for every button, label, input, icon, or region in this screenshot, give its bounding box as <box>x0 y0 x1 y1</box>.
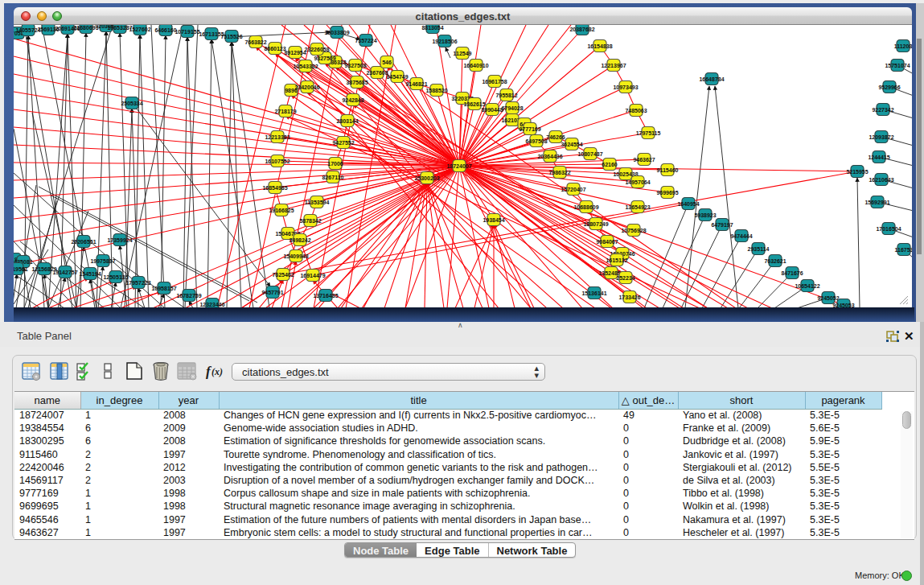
svg-text:546: 546 <box>382 60 392 65</box>
svg-text:9084067: 9084067 <box>596 239 618 245</box>
svg-text:7986322: 7986322 <box>548 170 570 175</box>
svg-text:10688609: 10688609 <box>573 204 598 210</box>
svg-text:16640910: 16640910 <box>463 63 488 68</box>
svg-text:18807249: 18807249 <box>583 221 608 227</box>
svg-text:25300203: 25300203 <box>414 175 439 181</box>
svg-text:17957223: 17957223 <box>125 280 150 286</box>
svg-text:9699695: 9699695 <box>656 190 678 196</box>
svg-text:2718179: 2718179 <box>274 109 296 114</box>
svg-text:10543382: 10543382 <box>293 64 318 69</box>
svg-text:9245052: 9245052 <box>817 295 839 301</box>
svg-text:9245053: 9245053 <box>832 303 854 307</box>
svg-text:10807487: 10807487 <box>577 151 602 157</box>
svg-text:7632621: 7632621 <box>764 258 786 264</box>
svg-text:10958157: 10958157 <box>151 286 176 291</box>
svg-text:10973493: 10973493 <box>613 84 638 90</box>
svg-text:18724007: 18724007 <box>446 163 471 169</box>
svg-text:9115460: 9115460 <box>657 167 679 173</box>
svg-text:10654122: 10654122 <box>795 283 819 289</box>
svg-text:16210643: 16210643 <box>869 177 893 183</box>
svg-text:2935114: 2935114 <box>748 246 770 252</box>
svg-text:12093872: 12093872 <box>869 134 893 140</box>
svg-text:1527602: 1527602 <box>129 27 150 32</box>
svg-text:19166825: 19166825 <box>269 208 294 213</box>
svg-text:1545194: 1545194 <box>79 271 101 277</box>
svg-text:16914479: 16914479 <box>300 273 325 278</box>
svg-text:8912954: 8912954 <box>284 50 306 56</box>
svg-text:14957064: 14957064 <box>625 179 650 185</box>
svg-text:9457791: 9457791 <box>261 290 283 295</box>
svg-text:15136141: 15136141 <box>581 290 606 296</box>
svg-text:19142757: 19142757 <box>52 270 77 275</box>
svg-text:6466160: 6466160 <box>154 27 176 33</box>
svg-text:1244415: 1244415 <box>868 154 889 160</box>
svg-text:23226058: 23226058 <box>304 47 329 52</box>
svg-text:111208: 111208 <box>894 43 912 49</box>
svg-text:13716485: 13716485 <box>313 293 338 299</box>
svg-text:15409948: 15409948 <box>283 253 308 259</box>
svg-text:1615132: 1615132 <box>606 257 627 263</box>
svg-text:252234: 252234 <box>616 275 634 281</box>
svg-text:16107552: 16107552 <box>265 159 290 164</box>
svg-text:8990448: 8990448 <box>481 107 503 113</box>
svg-text:17006: 17006 <box>327 161 343 167</box>
svg-text:9327509: 9327509 <box>314 56 335 61</box>
svg-text:16782759: 16782759 <box>176 293 201 299</box>
svg-text:746266: 746266 <box>546 134 565 140</box>
svg-text:12505135: 12505135 <box>103 274 128 280</box>
svg-text:19975887: 19975887 <box>90 258 115 264</box>
svg-text:9463627: 9463627 <box>633 157 655 163</box>
svg-text:12213967: 12213967 <box>601 63 626 68</box>
svg-text:7515526: 7515526 <box>220 34 242 39</box>
svg-text:8813054: 8813054 <box>421 25 443 31</box>
svg-text:9777169: 9777169 <box>519 126 540 132</box>
svg-text:3875685: 3875685 <box>346 80 368 85</box>
svg-text:62160: 62160 <box>602 162 618 167</box>
svg-text:9529966: 9529966 <box>878 84 900 90</box>
svg-text:1362615: 1362615 <box>463 101 485 107</box>
svg-text:2367608: 2367608 <box>366 70 388 76</box>
svg-text:20206551: 20206551 <box>71 239 96 245</box>
svg-text:20364436: 20364436 <box>537 154 562 159</box>
svg-text:3624554: 3624554 <box>561 142 582 147</box>
svg-text:19218506: 19218506 <box>432 39 457 44</box>
svg-text:3498242: 3498242 <box>289 237 310 243</box>
svg-text:23420046: 23420046 <box>294 84 319 90</box>
svg-text:9242848: 9242848 <box>342 97 363 103</box>
svg-text:8267110: 8267110 <box>322 175 344 180</box>
svg-text:5215955: 5215955 <box>846 169 868 175</box>
svg-text:17016504: 17016504 <box>876 226 901 232</box>
svg-text:16854985: 16854985 <box>262 185 287 191</box>
svg-text:20387682: 20387682 <box>569 27 594 32</box>
svg-text:16154838: 16154838 <box>587 43 612 49</box>
svg-text:8660123: 8660123 <box>264 46 285 51</box>
svg-text:8454749: 8454749 <box>386 74 408 80</box>
svg-text:6794028: 6794028 <box>501 105 523 111</box>
svg-text:112549: 112549 <box>454 51 472 56</box>
svg-text:10719155: 10719155 <box>175 29 199 35</box>
svg-text:9227342: 9227342 <box>872 107 893 113</box>
svg-text:7625402: 7625402 <box>272 272 294 278</box>
svg-text:15692991: 15692991 <box>864 200 889 205</box>
svg-text:6479197: 6479197 <box>711 222 733 228</box>
svg-text:9327508: 9327508 <box>344 63 366 68</box>
svg-text:16648784: 16648784 <box>699 76 724 82</box>
svg-text:1733426: 1733426 <box>618 295 640 300</box>
svg-text:7485063: 7485063 <box>625 108 647 113</box>
svg-text:10756928: 10756928 <box>621 228 646 233</box>
svg-text:2505334: 2505334 <box>121 101 142 106</box>
svg-text:5938923: 5938923 <box>694 212 716 218</box>
svg-text:6497508: 6497508 <box>525 138 547 144</box>
svg-text:15751074: 15751074 <box>885 63 910 68</box>
svg-text:1588520: 1588520 <box>425 88 447 93</box>
svg-text:15720407: 15720407 <box>561 187 585 192</box>
svg-text:16033809: 16033809 <box>324 30 349 35</box>
svg-text:9427552: 9427552 <box>332 140 354 146</box>
svg-text:12213383: 12213383 <box>265 134 290 140</box>
svg-text:2803144: 2803144 <box>336 118 358 124</box>
svg-text:1640954: 1640954 <box>677 201 699 207</box>
svg-text:5878342: 5878342 <box>299 218 321 224</box>
svg-text:(x): (x) <box>211 366 223 377</box>
svg-text:8471676: 8471676 <box>781 270 803 276</box>
svg-text:13654923: 13654923 <box>625 204 650 210</box>
